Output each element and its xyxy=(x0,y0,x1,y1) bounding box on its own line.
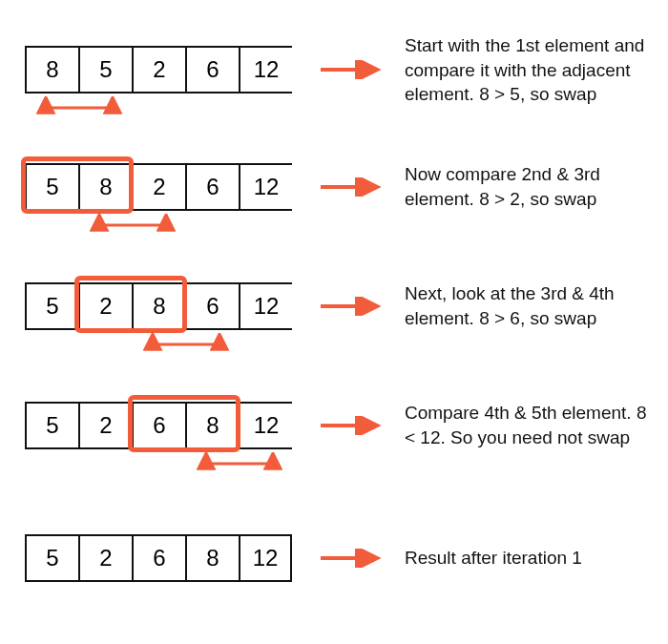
array-cell: 8 xyxy=(185,402,239,449)
array-cell: 6 xyxy=(185,163,239,211)
array-cell: 5 xyxy=(25,163,78,211)
array-cell: 6 xyxy=(132,534,185,582)
swap-arrow-icon xyxy=(197,452,282,473)
step-row: 5 2 6 8 12 Compare 4th & 5th element. 8 … xyxy=(25,401,649,449)
array-cells: 5 2 6 8 12 xyxy=(25,534,292,582)
step-row: 5 8 2 6 12 Now compare 2nd & 3rd element… xyxy=(25,162,649,211)
array-cell: 5 xyxy=(25,402,78,449)
array-cell: 12 xyxy=(239,534,292,582)
arrow-right-icon xyxy=(319,297,386,316)
array-cell: 8 xyxy=(185,534,239,582)
array-cell: 6 xyxy=(185,46,239,93)
array-cell: 2 xyxy=(132,46,185,93)
array-cell: 12 xyxy=(239,163,292,211)
step-caption: Next, look at the 3rd & 4th element. 8 >… xyxy=(405,281,649,330)
step-caption: Start with the 1st element and compare i… xyxy=(405,33,649,107)
arrow-right-icon xyxy=(319,416,386,435)
step-caption: Now compare 2nd & 3rd element. 8 > 2, so… xyxy=(405,162,649,211)
step-row: 5 2 6 8 12 Result after iteration 1 xyxy=(25,534,649,582)
swap-arrow-icon xyxy=(36,96,122,117)
array-cell: 12 xyxy=(239,402,292,449)
swap-arrow-icon xyxy=(143,333,229,354)
step-row: 5 2 8 6 12 Next, look at the 3rd & 4th e… xyxy=(25,281,649,330)
arrow-right-icon xyxy=(319,60,386,79)
swap-arrow-icon xyxy=(90,214,176,235)
arrow-right-icon xyxy=(319,177,386,197)
step-caption: Result after iteration 1 xyxy=(405,546,649,571)
array-cell: 2 xyxy=(78,534,132,582)
array-cell: 5 xyxy=(25,282,78,330)
array-cells: 8 5 2 6 12 xyxy=(25,46,292,93)
array-cell: 8 xyxy=(78,163,132,211)
array-cells: 5 2 6 8 12 xyxy=(25,402,292,449)
array-cell: 5 xyxy=(78,46,132,93)
step-caption: Compare 4th & 5th element. 8 < 12. So yo… xyxy=(405,401,649,449)
step-row: 8 5 2 6 12 Start with the 1st element an… xyxy=(25,33,649,107)
array-cell: 12 xyxy=(239,282,292,330)
array-cell: 2 xyxy=(132,163,185,211)
array-cell: 6 xyxy=(132,402,185,449)
array-cell: 2 xyxy=(78,402,132,449)
array-cells: 5 8 2 6 12 xyxy=(25,163,292,211)
arrow-right-icon xyxy=(319,549,386,568)
array-cell: 2 xyxy=(78,282,132,330)
array-cell: 5 xyxy=(25,534,78,582)
bubble-sort-diagram: 8 5 2 6 12 Start with the 1st element an… xyxy=(0,0,668,644)
array-cell: 8 xyxy=(25,46,78,93)
array-cell: 8 xyxy=(132,282,185,330)
array-cells: 5 2 8 6 12 xyxy=(25,282,292,330)
array-cell: 12 xyxy=(239,46,292,93)
array-cell: 6 xyxy=(185,282,239,330)
